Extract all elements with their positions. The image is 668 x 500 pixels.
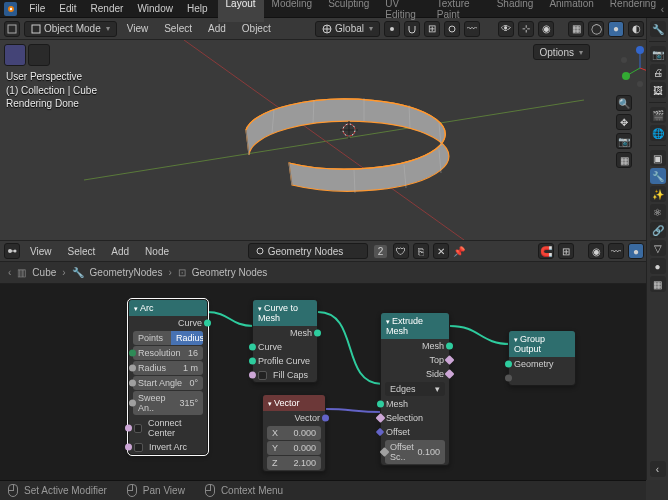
- perspective-gizmo-icon[interactable]: ▦: [616, 152, 632, 168]
- vp-menu-add[interactable]: Add: [202, 21, 232, 36]
- arc-resolution-field[interactable]: Resolution16: [133, 346, 203, 360]
- pivot-point-icon[interactable]: [384, 21, 400, 37]
- prop-render-icon[interactable]: 📷: [650, 46, 666, 62]
- prop-world-icon[interactable]: 🌐: [650, 125, 666, 141]
- prop-object-icon[interactable]: ▣: [650, 150, 666, 166]
- vector-y-field[interactable]: Y0.000: [267, 441, 321, 455]
- new-nodegroup-icon[interactable]: ⎘: [413, 243, 429, 259]
- prop-modifier-icon[interactable]: 🔧: [650, 168, 666, 184]
- xray-icon[interactable]: ▦: [568, 21, 584, 37]
- crumb-modifier[interactable]: GeometryNodes: [90, 267, 163, 278]
- extrude-mode-dropdown[interactable]: Edges▾: [385, 382, 445, 396]
- crumb-group[interactable]: Geometry Nodes: [192, 267, 268, 278]
- arc-start-angle-field[interactable]: Start Angle0°: [133, 376, 203, 390]
- ne-menu-view[interactable]: View: [24, 244, 58, 259]
- interaction-mode-dropdown[interactable]: Object Mode: [24, 21, 117, 37]
- select-tool-icon[interactable]: [4, 44, 26, 66]
- node-output-header[interactable]: Group Output: [509, 331, 575, 357]
- cursor-tool-icon[interactable]: [28, 44, 50, 66]
- gizmo-toggle-icon[interactable]: ⊹: [518, 21, 534, 37]
- proportional-edit-icon[interactable]: [444, 21, 460, 37]
- prop-material-icon[interactable]: ●: [650, 258, 666, 274]
- blender-logo-icon[interactable]: [4, 2, 17, 16]
- prop-physics-icon[interactable]: ⚛: [650, 204, 666, 220]
- camera-gizmo-icon[interactable]: 📷: [616, 133, 632, 149]
- node-curve-to-mesh[interactable]: Curve to Mesh Mesh Curve Profile Curve F…: [252, 299, 318, 383]
- node-extrude-mesh[interactable]: Extrude Mesh Mesh Top Side Edges▾ Mesh S…: [380, 312, 450, 466]
- ne-menu-node[interactable]: Node: [139, 244, 175, 259]
- prop-tool-icon[interactable]: 🔧: [650, 21, 666, 37]
- snap-node-icon[interactable]: 🧲: [538, 243, 554, 259]
- tab-uv-editing[interactable]: UV Editing: [377, 0, 429, 22]
- menu-edit[interactable]: Edit: [53, 1, 82, 16]
- menu-help[interactable]: Help: [181, 1, 214, 16]
- node-group-selector[interactable]: Geometry Nodes: [248, 243, 368, 259]
- c2m-fill-caps-checkbox[interactable]: Fill Caps: [253, 368, 317, 382]
- node-arc-header[interactable]: Arc: [129, 300, 207, 316]
- editor-type-node-icon[interactable]: [4, 243, 20, 259]
- move-gizmo-icon[interactable]: ✥: [616, 114, 632, 130]
- node-arc[interactable]: Arc Curve PointsRadius Resolution16 Radi…: [128, 299, 208, 455]
- arc-radius-field[interactable]: Radius1 m: [133, 361, 203, 375]
- node-group-output[interactable]: Group Output Geometry: [508, 330, 576, 386]
- snap-icon[interactable]: [404, 21, 420, 37]
- tab-texture-paint[interactable]: Texture Paint: [429, 0, 489, 22]
- tab-modeling[interactable]: Modeling: [264, 0, 321, 22]
- pin-icon[interactable]: 📌: [453, 246, 465, 257]
- arc-mode-toggle[interactable]: PointsRadius: [133, 331, 203, 345]
- overlay-node-icon[interactable]: ◉: [588, 243, 604, 259]
- prop-scene-icon[interactable]: 🎬: [650, 107, 666, 123]
- 3d-viewport[interactable]: Options User Perspective (1) Collection …: [0, 40, 668, 240]
- menu-file[interactable]: File: [23, 1, 51, 16]
- vp-menu-view[interactable]: View: [121, 21, 155, 36]
- snap-type-icon[interactable]: ⊞: [558, 243, 574, 259]
- proportional-falloff-icon[interactable]: 〰: [464, 21, 480, 37]
- arc-connect-center-checkbox[interactable]: Connect Center: [129, 416, 207, 440]
- status-context-menu: Context Menu: [205, 484, 283, 497]
- vp-menu-select[interactable]: Select: [158, 21, 198, 36]
- solid-node-icon[interactable]: ●: [628, 243, 644, 259]
- ne-menu-select[interactable]: Select: [62, 244, 102, 259]
- vector-x-field[interactable]: X0.000: [267, 426, 321, 440]
- node-vector-header[interactable]: Vector: [263, 395, 325, 411]
- sidebar-collapse-icon[interactable]: ‹: [650, 461, 666, 477]
- extrude-offset-scale-field[interactable]: Offset Sc..0.100: [385, 440, 445, 464]
- panel-collapse-icon[interactable]: ‹: [661, 4, 664, 15]
- overlays-icon[interactable]: ◉: [538, 21, 554, 37]
- node-editor-canvas[interactable]: Arc Curve PointsRadius Resolution16 Radi…: [0, 284, 668, 480]
- snap-element-icon[interactable]: ⊞: [424, 21, 440, 37]
- fake-user-icon[interactable]: 🛡: [393, 243, 409, 259]
- shading-wireframe-icon[interactable]: ◯: [588, 21, 604, 37]
- chevron-left-icon[interactable]: ‹: [8, 267, 11, 278]
- shading-material-icon[interactable]: ◐: [628, 21, 644, 37]
- crumb-object[interactable]: Cube: [32, 267, 56, 278]
- prop-data-icon[interactable]: ▽: [650, 240, 666, 256]
- vector-z-field[interactable]: Z2.100: [267, 456, 321, 470]
- prop-view-icon[interactable]: 🖼: [650, 82, 666, 98]
- prop-output-icon[interactable]: 🖨: [650, 64, 666, 80]
- prop-texture-icon[interactable]: ▦: [650, 276, 666, 292]
- unlink-icon[interactable]: ✕: [433, 243, 449, 259]
- visibility-icon[interactable]: 👁: [498, 21, 514, 37]
- wire-icon[interactable]: 〰: [608, 243, 624, 259]
- node-c2m-header[interactable]: Curve to Mesh: [253, 300, 317, 326]
- menu-window[interactable]: Window: [131, 1, 179, 16]
- ne-menu-add[interactable]: Add: [105, 244, 135, 259]
- node-vector[interactable]: Vector Vector X0.000 Y0.000 Z2.100: [262, 394, 326, 472]
- prop-constraint-icon[interactable]: 🔗: [650, 222, 666, 238]
- arc-invert-checkbox[interactable]: Invert Arc: [129, 440, 207, 454]
- vp-menu-object[interactable]: Object: [236, 21, 277, 36]
- users-count[interactable]: 2: [374, 245, 388, 258]
- prop-particle-icon[interactable]: ✨: [650, 186, 666, 202]
- menu-render[interactable]: Render: [85, 1, 130, 16]
- node-extrude-header[interactable]: Extrude Mesh: [381, 313, 449, 339]
- shading-solid-icon[interactable]: ●: [608, 21, 624, 37]
- tab-shading[interactable]: Shading: [489, 0, 542, 22]
- tab-sculpting[interactable]: Sculpting: [320, 0, 377, 22]
- tab-animation[interactable]: Animation: [541, 0, 601, 22]
- editor-type-icon[interactable]: [4, 21, 20, 37]
- tab-layout[interactable]: Layout: [218, 0, 264, 22]
- zoom-gizmo-icon[interactable]: 🔍: [616, 95, 632, 111]
- transform-orientation-dropdown[interactable]: Global: [315, 21, 380, 37]
- arc-sweep-angle-field[interactable]: Sweep An..315°: [133, 391, 203, 415]
